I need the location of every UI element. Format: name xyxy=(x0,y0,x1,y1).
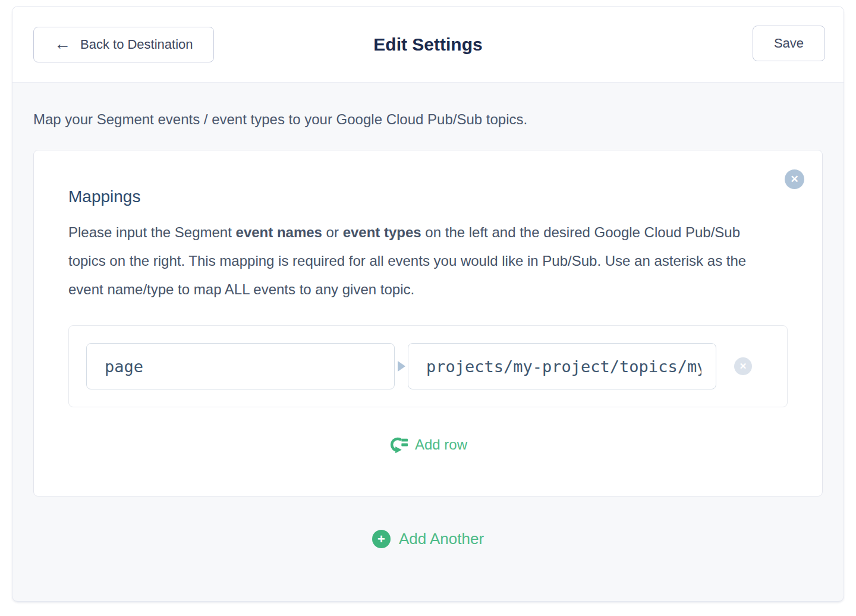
back-arrow-icon: ← xyxy=(54,36,71,52)
description-bold-event-types: event types xyxy=(343,224,421,240)
remove-mappings-close-icon[interactable]: ✕ xyxy=(785,169,804,189)
mapping-row: ✕ xyxy=(68,325,788,407)
event-name-input[interactable] xyxy=(86,343,395,389)
add-another-button[interactable]: + Add Another xyxy=(33,530,823,548)
mappings-title: Mappings xyxy=(68,187,788,206)
description-bold-event-names: event names xyxy=(236,224,322,240)
arrow-right-icon xyxy=(398,361,405,372)
mappings-card: ✕ Mappings Please input the Segment even… xyxy=(33,150,823,496)
plus-icon: + xyxy=(377,533,385,546)
back-to-destination-button[interactable]: ← Back to Destination xyxy=(33,27,214,62)
close-icon: ✕ xyxy=(739,361,747,372)
settings-panel: ← Back to Destination Edit Settings Save… xyxy=(12,6,844,602)
plus-circle-icon: + xyxy=(372,530,391,548)
settings-body: Map your Segment events / event types to… xyxy=(12,111,844,548)
add-row-icon xyxy=(389,436,408,454)
add-row-label: Add row xyxy=(415,436,467,453)
add-row-button[interactable]: Add row xyxy=(68,436,788,454)
save-button-label: Save xyxy=(774,36,804,51)
back-button-label: Back to Destination xyxy=(80,37,193,52)
description-text: Please input the Segment xyxy=(68,224,236,240)
header-bar: ← Back to Destination Edit Settings Save xyxy=(12,7,844,83)
mapping-arrow-container xyxy=(395,361,408,372)
add-another-label: Add Another xyxy=(399,530,484,548)
row-close-container: ✕ xyxy=(716,357,770,375)
intro-text: Map your Segment events / event types to… xyxy=(33,111,823,128)
pubsub-topic-input[interactable] xyxy=(408,343,716,389)
close-icon: ✕ xyxy=(790,173,798,186)
mappings-description: Please input the Segment event names or … xyxy=(68,218,758,304)
save-button[interactable]: Save xyxy=(753,26,825,61)
description-text: or xyxy=(322,224,343,240)
remove-row-close-icon[interactable]: ✕ xyxy=(734,357,752,375)
